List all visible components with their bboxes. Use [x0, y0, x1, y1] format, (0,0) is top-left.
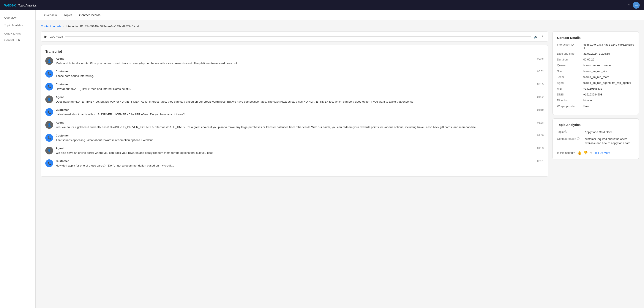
message-content: Customer 01:40 That sounds appealing. Wh…: [56, 134, 544, 142]
contact-reason-info-icon[interactable]: ⓘ: [577, 137, 580, 141]
message-text: How do I apply for one of these cards? I…: [56, 163, 544, 168]
tab-bar: Overview Topics Contact records: [36, 10, 644, 20]
message-content: Customer 00:52 Those both sound interest…: [56, 70, 544, 78]
helpful-row: Is this helpful? 👍 👎 ✎ Tell Us More: [557, 151, 634, 155]
details-row: DNIS+15163584508: [557, 93, 634, 96]
user-avatar[interactable]: —: [633, 2, 640, 9]
agent-icon: 👤: [48, 149, 51, 152]
breadcrumb-link[interactable]: Contact records: [41, 25, 61, 28]
play-button[interactable]: ▶: [44, 35, 47, 39]
thumbs-up-button[interactable]: 👍: [577, 151, 582, 155]
contact-reason-label: Contact reason ⓘ: [557, 137, 583, 141]
message-row: 📞 Customer 01:40 That sounds appealing. …: [45, 134, 544, 142]
volume-button[interactable]: 🔈: [534, 35, 538, 39]
breadcrumb-current: Interaction ID: 45489149-c373-4ae1-a149-…: [66, 25, 139, 28]
details-label: Interaction ID: [557, 43, 581, 50]
message-header: Agent 01:53: [56, 147, 544, 150]
topic-info-icon[interactable]: ⓘ: [564, 130, 567, 134]
two-column-layout: ▶ 0:00 / 0:28 🔈 ⋮ Transcript: [41, 31, 639, 177]
message-sender: Customer: [56, 83, 69, 86]
message-content: Customer 02:01 How do I apply for one of…: [56, 159, 544, 168]
customer-icon: 📞: [48, 110, 51, 114]
content-area: Contact records › Interaction ID: 454891…: [36, 20, 644, 181]
agent-icon: 👤: [48, 98, 51, 101]
details-row: Directioninbound: [557, 99, 634, 102]
sidebar: Overview Topic Analytics QUICK LINKS Con…: [0, 10, 36, 308]
customer-avatar: 📞: [45, 159, 53, 167]
app-title: Topic Analytics: [18, 4, 36, 7]
message-text: Does have an <DATE_TIME> fee, but it's w…: [56, 100, 544, 104]
message-time: 01:40: [537, 134, 544, 137]
message-time: 01:02: [537, 96, 544, 99]
details-row: Wrap-up codeSale: [557, 105, 634, 108]
sidebar-item-topic-analytics[interactable]: Topic Analytics: [0, 21, 36, 29]
customer-avatar: 📞: [45, 83, 53, 91]
message-text: How about <DATE_TIME> fees and interest …: [56, 87, 544, 91]
webex-logo: webex Topic Analytics: [4, 3, 36, 8]
message-header: Customer 01:19: [56, 108, 544, 111]
thumbs-down-button[interactable]: 👎: [584, 151, 588, 155]
customer-avatar: 📞: [45, 108, 53, 116]
customer-avatar: 📞: [45, 134, 53, 142]
message-content: Agent 01:02 Does have an <DATE_TIME> fee…: [56, 96, 544, 104]
topnav-left: webex Topic Analytics: [4, 3, 36, 8]
message-header: Customer 00:52: [56, 70, 544, 73]
message-header: Agent 00:45: [56, 57, 544, 60]
agent-avatar: 👤: [45, 96, 53, 103]
sidebar-item-control-hub[interactable]: Control Hub: [0, 36, 36, 44]
contact-details-rows: Interaction ID45489149-c373-4ae1-a149-c4…: [557, 43, 634, 108]
agent-icon: 👤: [48, 59, 51, 63]
contact-reason-value: customer inquired about the offers avail…: [585, 137, 634, 145]
topic-analytics-card: Topic Analytics Topic ⓘ Apply for a Card…: [552, 118, 639, 159]
message-text: Mails and hotel discounts. Plus, you can…: [56, 61, 544, 66]
details-value: inbound: [583, 99, 593, 102]
message-content: Customer 01:19 I also heard about cards …: [56, 108, 544, 117]
help-icon[interactable]: ?: [628, 3, 630, 8]
message-sender: Customer: [56, 159, 69, 163]
details-row: Teamfcauto_tm_rep_team: [557, 75, 634, 79]
contact-details-title: Contact Details: [557, 36, 634, 40]
message-header: Customer 00:55: [56, 83, 544, 86]
agent-avatar: 👤: [45, 57, 53, 65]
tell-us-more-link[interactable]: Tell Us More: [594, 151, 610, 154]
transcript-title: Transcript: [45, 50, 544, 54]
topnav: webex Topic Analytics ? —: [0, 0, 644, 10]
message-time: 01:53: [537, 147, 544, 150]
message-header: Agent 01:28: [56, 121, 544, 124]
message-row: 📞 Customer 02:01 How do I apply for one …: [45, 159, 544, 168]
details-value: fcauto_tm_rep_agent1 tm_rep_agent1: [583, 81, 631, 85]
audio-time: 0:00 / 0:28: [50, 35, 63, 38]
message-time: 01:28: [537, 121, 544, 124]
details-label: Date and time: [557, 52, 581, 55]
edit-icon: ✎: [590, 151, 592, 154]
message-row: 📞 Customer 00:52 Those both sound intere…: [45, 70, 544, 78]
message-row: 📞 Customer 01:19 I also heard about card…: [45, 108, 544, 117]
details-row: ANI+14119505632: [557, 87, 634, 90]
tab-overview[interactable]: Overview: [41, 10, 60, 20]
sidebar-item-overview[interactable]: Overview: [0, 14, 36, 21]
progress-bar[interactable]: [66, 36, 531, 37]
contact-details-card: Contact Details Interaction ID45489149-c…: [552, 31, 639, 115]
main-content: Overview Topics Contact records Contact …: [36, 10, 644, 308]
details-value: Sale: [583, 105, 589, 108]
details-label: Duration: [557, 58, 581, 61]
details-label: DNIS: [557, 93, 581, 96]
tab-topics[interactable]: Topics: [60, 10, 76, 20]
message-text: That sounds appealing. What about reward…: [56, 138, 544, 142]
topic-value: Apply for a Card Offer: [585, 130, 612, 134]
message-content: Customer 00:55 How about <DATE_TIME> fee…: [56, 83, 544, 91]
details-label: Team: [557, 75, 581, 79]
details-value: +15163584508: [583, 93, 602, 96]
message-sender: Agent: [56, 57, 64, 60]
details-label: Queue: [557, 64, 581, 67]
tab-contact-records[interactable]: Contact records: [76, 10, 104, 20]
message-sender: Customer: [56, 70, 69, 73]
details-value: fcauto_tm_rep_site: [583, 70, 607, 73]
breadcrumb-separator: ›: [63, 25, 64, 28]
details-label: Site: [557, 70, 581, 73]
details-value: 00:00:29: [583, 58, 594, 61]
more-options-button[interactable]: ⋮: [540, 34, 544, 39]
message-time: 00:52: [537, 70, 544, 73]
message-row: 👤 Agent 01:53 We also have an online por…: [45, 147, 544, 155]
message-time: 00:45: [537, 57, 544, 60]
